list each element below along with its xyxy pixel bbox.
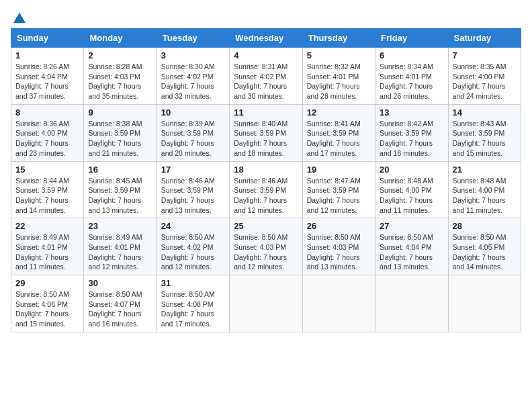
day-number: 14 [453, 107, 517, 118]
sunset-value: 4:00 PM [42, 129, 68, 137]
day-info: Sunrise: 8:44 AM Sunset: 3:59 PM Dayligh… [15, 176, 79, 216]
sunrise-value: 8:49 AM [116, 233, 142, 241]
sunrise-label: Sunrise: [88, 233, 116, 241]
day-number: 18 [234, 165, 298, 175]
calendar-cell: 6 Sunrise: 8:34 AM Sunset: 4:01 PM Dayli… [375, 48, 448, 105]
day-info: Sunrise: 8:50 AM Sunset: 4:03 PM Dayligh… [234, 232, 298, 272]
sunrise-label: Sunrise: [453, 233, 480, 241]
daylight-label: Daylight: 7 hours and 28 minutes. [307, 82, 360, 100]
calendar-cell: 1 Sunrise: 8:26 AM Sunset: 4:04 PM Dayli… [11, 48, 84, 105]
calendar-cell: 12 Sunrise: 8:41 AM Sunset: 3:59 PM Dayl… [302, 104, 375, 161]
day-info: Sunrise: 8:50 AM Sunset: 4:07 PM Dayligh… [88, 289, 152, 329]
sunset-label: Sunset: [380, 186, 406, 194]
logo [11, 11, 27, 23]
calendar-cell: 2 Sunrise: 8:28 AM Sunset: 4:03 PM Dayli… [84, 48, 157, 105]
day-number: 7 [453, 50, 517, 60]
calendar-cell [375, 275, 448, 332]
sunset-label: Sunset: [453, 129, 479, 137]
sunset-label: Sunset: [161, 300, 187, 308]
daylight-label: Daylight: 7 hours and 12 minutes. [234, 253, 287, 271]
calendar-cell: 13 Sunrise: 8:42 AM Sunset: 3:59 PM Dayl… [375, 104, 448, 161]
day-number: 22 [15, 221, 79, 231]
sunrise-value: 8:35 AM [480, 62, 506, 71]
daylight-label: Daylight: 7 hours and 24 minutes. [453, 82, 506, 100]
sunset-label: Sunset: [88, 73, 114, 81]
calendar-cell: 19 Sunrise: 8:47 AM Sunset: 3:59 PM Dayl… [302, 161, 375, 218]
day-info: Sunrise: 8:31 AM Sunset: 4:02 PM Dayligh… [234, 62, 298, 101]
sunrise-label: Sunrise: [161, 62, 189, 71]
sunrise-value: 8:42 AM [408, 120, 434, 128]
day-info: Sunrise: 8:50 AM Sunset: 4:06 PM Dayligh… [15, 289, 79, 329]
day-number: 13 [380, 107, 443, 118]
sunrise-label: Sunrise: [161, 120, 189, 128]
sunrise-value: 8:31 AM [262, 62, 288, 71]
sunrise-label: Sunrise: [234, 120, 261, 128]
calendar-cell: 10 Sunrise: 8:39 AM Sunset: 3:59 PM Dayl… [157, 104, 229, 161]
day-info: Sunrise: 8:48 AM Sunset: 4:00 PM Dayligh… [380, 176, 443, 216]
sunrise-value: 8:44 AM [43, 177, 69, 185]
daylight-label: Daylight: 7 hours and 16 minutes. [88, 310, 141, 328]
sunset-label: Sunset: [307, 73, 333, 81]
sunset-label: Sunset: [380, 243, 406, 251]
sunset-label: Sunset: [307, 243, 333, 251]
sunset-value: 4:01 PM [114, 243, 140, 251]
day-number: 8 [15, 107, 79, 118]
day-number: 25 [234, 221, 298, 231]
sunset-value: 4:06 PM [42, 300, 68, 308]
day-info: Sunrise: 8:30 AM Sunset: 4:02 PM Dayligh… [161, 62, 225, 101]
sunset-label: Sunset: [234, 129, 260, 137]
sunset-value: 4:00 PM [406, 186, 432, 194]
sunset-value: 4:00 PM [478, 186, 504, 194]
sunrise-label: Sunrise: [161, 177, 189, 185]
daylight-label: Daylight: 7 hours and 20 minutes. [161, 139, 214, 157]
sunrise-label: Sunrise: [307, 233, 335, 241]
day-number: 6 [380, 50, 443, 60]
sunset-label: Sunset: [15, 300, 42, 308]
calendar-week-1: 1 Sunrise: 8:26 AM Sunset: 4:04 PM Dayli… [11, 48, 521, 105]
daylight-label: Daylight: 7 hours and 11 minutes. [380, 196, 433, 214]
sunrise-label: Sunrise: [15, 290, 43, 298]
sunrise-label: Sunrise: [88, 290, 116, 298]
calendar-cell: 16 Sunrise: 8:45 AM Sunset: 3:59 PM Dayl… [84, 161, 157, 218]
day-info: Sunrise: 8:46 AM Sunset: 3:59 PM Dayligh… [234, 176, 298, 216]
calendar-table: SundayMondayTuesdayWednesdayThursdayFrid… [11, 28, 521, 332]
sunset-label: Sunset: [307, 129, 333, 137]
daylight-label: Daylight: 7 hours and 17 minutes. [161, 310, 214, 328]
sunset-label: Sunset: [161, 73, 187, 81]
day-number: 16 [88, 165, 152, 175]
sunset-label: Sunset: [88, 300, 114, 308]
sunset-label: Sunset: [234, 243, 260, 251]
day-info: Sunrise: 8:28 AM Sunset: 4:03 PM Dayligh… [88, 62, 152, 101]
day-info: Sunrise: 8:26 AM Sunset: 4:04 PM Dayligh… [15, 62, 79, 101]
calendar-cell: 23 Sunrise: 8:49 AM Sunset: 4:01 PM Dayl… [84, 218, 157, 275]
sunset-label: Sunset: [15, 73, 42, 81]
calendar-cell [448, 275, 521, 332]
sunrise-value: 8:28 AM [116, 62, 142, 71]
sunset-value: 4:01 PM [332, 73, 359, 81]
daylight-label: Daylight: 7 hours and 35 minutes. [88, 82, 141, 100]
day-number: 10 [161, 107, 225, 118]
day-number: 31 [161, 278, 225, 288]
sunset-label: Sunset: [234, 73, 260, 81]
sunrise-label: Sunrise: [88, 62, 116, 71]
daylight-label: Daylight: 7 hours and 12 minutes. [234, 196, 287, 214]
day-number: 26 [307, 221, 371, 231]
sunrise-value: 8:36 AM [43, 120, 69, 128]
day-number: 19 [307, 165, 371, 175]
day-info: Sunrise: 8:42 AM Sunset: 3:59 PM Dayligh… [380, 119, 443, 158]
day-info: Sunrise: 8:45 AM Sunset: 3:59 PM Dayligh… [88, 176, 152, 216]
sunset-label: Sunset: [307, 186, 333, 194]
sunset-label: Sunset: [161, 186, 187, 194]
sunset-value: 4:03 PM [332, 243, 359, 251]
calendar-cell: 11 Sunrise: 8:40 AM Sunset: 3:59 PM Dayl… [230, 104, 302, 161]
sunset-value: 4:03 PM [260, 243, 286, 251]
logo-icon [12, 11, 27, 26]
day-number: 11 [234, 107, 298, 118]
calendar-cell: 21 Sunrise: 8:48 AM Sunset: 4:00 PM Dayl… [448, 161, 521, 218]
sunrise-value: 8:48 AM [408, 177, 434, 185]
calendar-cell: 14 Sunrise: 8:43 AM Sunset: 3:59 PM Dayl… [448, 104, 521, 161]
calendar-week-2: 8 Sunrise: 8:36 AM Sunset: 4:00 PM Dayli… [11, 104, 521, 161]
sunrise-value: 8:41 AM [335, 120, 361, 128]
day-info: Sunrise: 8:50 AM Sunset: 4:03 PM Dayligh… [307, 232, 371, 272]
sunrise-value: 8:34 AM [408, 62, 434, 71]
